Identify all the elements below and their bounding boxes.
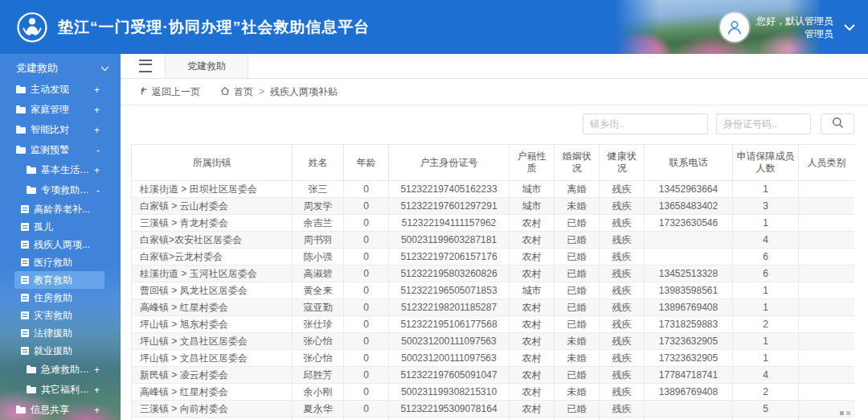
expand-plus-icon[interactable]: + <box>94 125 121 136</box>
expand-plus-icon[interactable]: + <box>94 105 121 116</box>
page-title: 垫江“一门受理·协同办理”社会救助信息平台 <box>58 17 370 38</box>
table-cell: 农村 <box>510 384 555 401</box>
sidebar-item-label: 急难救助预警 <box>41 363 94 377</box>
sidebar-item[interactable]: 残疾人两项... <box>14 236 104 253</box>
table-cell: 0 <box>344 266 389 282</box>
table-cell: 17323632905 <box>645 333 733 350</box>
sidebar-item[interactable]: 专项救助预警- <box>0 180 121 200</box>
table-cell: 500231200111097563 <box>389 350 510 367</box>
table-row: 坪山镇 > 旭东村委会张仕珍0512322195106177568农村已婚残疾1… <box>132 316 855 333</box>
sidebar-item-label: 主动发现 <box>31 83 69 97</box>
table-cell: 0 <box>344 299 389 316</box>
avatar[interactable] <box>720 13 749 42</box>
table-cell: 曹回镇 > 凤龙社区居委会 <box>132 282 293 299</box>
table-cell: 残疾 <box>600 401 645 418</box>
sidebar-item-label: 孤儿 <box>34 220 53 234</box>
table-cell: 冯朝均 <box>293 418 344 420</box>
document-icon <box>21 347 29 355</box>
table-cell: 已婚 <box>555 367 600 384</box>
tab-dangjian-jiuzhu[interactable]: 党建救助 <box>165 54 248 78</box>
table-cell: 农村 <box>510 232 555 249</box>
table-cell: 农村 <box>510 401 555 418</box>
table-cell: 城市 <box>510 198 555 215</box>
sidebar-item-label: 医疗救助 <box>34 256 72 270</box>
expand-plus-icon[interactable]: + <box>94 385 121 396</box>
sidebar-item[interactable]: 智能比对+ <box>0 120 121 140</box>
table-cell: 4 <box>733 367 799 384</box>
table-cell: 城市 <box>510 181 555 198</box>
table-cell: 夏永华 <box>293 401 344 418</box>
hamburger-menu-icon[interactable] <box>139 60 152 72</box>
table-row: 三溪镇 > 青龙村委会余吉兰0512322194111157962农村已婚残疾1… <box>132 215 855 232</box>
sidebar-item-label: 教育救助 <box>34 274 72 287</box>
table-cell <box>799 266 855 282</box>
sidebar-item[interactable]: 急难救助预警+ <box>0 360 121 380</box>
sidebar-item[interactable]: 教育救助 <box>14 271 104 289</box>
table-cell: 残疾 <box>600 266 645 282</box>
table-cell: 已婚 <box>555 215 600 232</box>
sidebar-item[interactable]: 基本生活预警+ <box>0 160 121 180</box>
sidebar-root-item[interactable]: 党建救助 <box>0 57 121 80</box>
expand-plus-icon[interactable]: + <box>94 84 121 96</box>
table-cell: 已婚 <box>555 401 600 418</box>
table-cell: 13896769408 <box>645 299 733 316</box>
table-cell: 农村 <box>510 266 555 282</box>
idcard-filter-input[interactable] <box>716 113 811 134</box>
table-cell: 农村 <box>510 418 555 420</box>
table-cell: 农村 <box>510 215 555 232</box>
table-cell: 未婚 <box>555 198 600 215</box>
breadcrumb: 返回上一页 首页 > 残疾人两项补贴 <box>121 79 868 105</box>
sidebar-item[interactable]: 住房救助 <box>14 289 104 307</box>
town-filter-input[interactable] <box>583 113 708 134</box>
expand-plus-icon[interactable]: + <box>94 165 121 176</box>
folder-icon <box>16 127 26 134</box>
back-link[interactable]: 返回上一页 <box>138 85 200 99</box>
table-cell: 残疾 <box>600 367 645 384</box>
table-cell: 512322195803260826 <box>389 266 510 282</box>
table-cell: 残疾 <box>600 299 645 316</box>
user-menu[interactable]: 您好，默认管理员 管理员 <box>720 0 858 54</box>
folder-icon <box>27 387 36 393</box>
table-cell: 0 <box>344 232 389 249</box>
sidebar-item[interactable]: 就业援助 <box>14 342 104 360</box>
table-cell: 0 <box>344 316 389 333</box>
table-cell: 农村 <box>510 316 555 333</box>
table-cell: 17323632905 <box>645 350 733 367</box>
sidebar-item[interactable]: 其它福利救助...+ <box>0 380 121 400</box>
table-cell: 已婚 <box>555 299 600 316</box>
sidebar-item[interactable]: 法律援助 <box>14 324 104 342</box>
table-cell <box>799 418 855 420</box>
chevron-down-icon[interactable] <box>841 24 858 31</box>
table-cell <box>799 350 855 367</box>
table-cell: 已婚 <box>555 316 600 333</box>
sidebar-item[interactable]: 医疗救助 <box>14 253 104 271</box>
table-cell <box>799 215 855 232</box>
folder-icon <box>16 407 26 414</box>
sidebar-item[interactable]: 监测预警- <box>0 140 121 160</box>
breadcrumb-separator: > <box>259 86 264 97</box>
table-cell: 17784718741 <box>645 367 733 384</box>
table-row: 高峰镇 > 红星村委会余小刚0500231199308215310农村未婚残疾1… <box>132 384 855 401</box>
search-button[interactable] <box>821 113 854 134</box>
collapse-minus-icon[interactable]: - <box>96 185 121 196</box>
table-cell: 0 <box>344 181 389 198</box>
table-cell: 残疾 <box>600 215 645 232</box>
sidebar-item[interactable]: 主动发现+ <box>0 80 121 100</box>
table-row: 桂溪街道 > 田坝社区居委会张三0512322197405162233城市离婚残… <box>132 181 855 198</box>
table-cell: 17323630546 <box>645 215 733 232</box>
sidebar-item[interactable]: 信息共享+ <box>0 400 121 420</box>
expand-plus-icon[interactable]: + <box>94 405 121 416</box>
collapse-minus-icon[interactable]: - <box>96 145 121 156</box>
document-icon <box>21 311 29 319</box>
table-cell: 0 <box>344 282 389 299</box>
sidebar-item[interactable]: 灾害救助 <box>14 307 104 324</box>
table-cell: 5 <box>733 401 799 418</box>
greeting-line2: 管理员 <box>756 27 833 40</box>
breadcrumb-home[interactable]: 首页 <box>220 85 253 99</box>
table-cell: 6 <box>733 249 799 266</box>
expand-plus-icon[interactable]: + <box>94 364 121 376</box>
folder-icon <box>16 147 26 154</box>
sidebar-item[interactable]: 高龄养老补... <box>14 200 104 218</box>
sidebar-item[interactable]: 家庭管理+ <box>0 100 121 120</box>
sidebar-item[interactable]: 孤儿 <box>14 218 104 236</box>
